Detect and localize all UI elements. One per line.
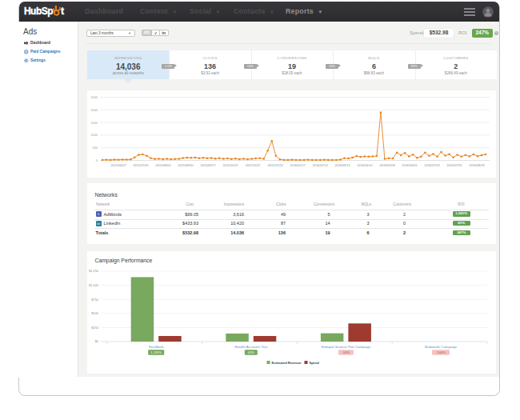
svg-text:2015/09/27: 2015/09/27	[200, 164, 215, 167]
svg-text:Estimated Revenue: Estimated Revenue	[272, 361, 302, 365]
svg-text:Handle Accounts Test: Handle Accounts Test	[234, 345, 268, 349]
svg-text:2015/07/05: 2015/07/05	[133, 164, 148, 167]
svg-text:$1,250: $1,250	[89, 269, 99, 273]
svg-text:-53%: -53%	[342, 350, 350, 354]
svg-text:2015/11/22: 2015/11/22	[246, 164, 261, 167]
svg-text:1,118%: 1,118%	[150, 350, 162, 354]
svg-text:Spend: Spend	[310, 361, 320, 365]
svg-text:43%: 43%	[248, 350, 255, 354]
svg-text:2015/08/02: 2015/08/02	[155, 164, 170, 167]
svg-text:500: 500	[93, 146, 98, 150]
svg-text:2015/08/30: 2015/08/30	[178, 164, 193, 167]
svg-text:-100%: -100%	[436, 350, 446, 354]
svg-text:2016/02/14: 2016/02/14	[312, 164, 327, 167]
svg-text:Badwords Campaign: Badwords Campaign	[425, 345, 457, 349]
svg-text:FeroBank: FeroBank	[149, 345, 164, 349]
svg-text:1000: 1000	[90, 133, 98, 137]
svg-text:2016/01/17: 2016/01/17	[290, 164, 305, 167]
svg-text:2016/03/13: 2016/03/13	[334, 164, 350, 167]
svg-text:$1,000: $1,000	[89, 283, 99, 287]
svg-text:2015/10/25: 2015/10/25	[222, 164, 238, 167]
svg-text:$750: $750	[91, 298, 98, 302]
svg-text:2016/05/08: 2016/05/08	[379, 164, 394, 167]
svg-text:2016/08/28: 2016/08/28	[469, 164, 484, 167]
svg-text:0: 0	[96, 158, 98, 162]
svg-text:$500: $500	[91, 311, 98, 315]
svg-text:$0: $0	[95, 339, 99, 343]
svg-text:$250: $250	[91, 326, 98, 330]
svg-text:2015/12/20: 2015/12/20	[267, 164, 282, 167]
svg-text:2500: 2500	[90, 95, 98, 99]
svg-text:1500: 1500	[90, 121, 98, 125]
svg-text:2016/04/10: 2016/04/10	[357, 164, 372, 167]
svg-text:Hubspot Science Fair Campaign: Hubspot Science Fair Campaign	[321, 345, 370, 349]
svg-text:2000: 2000	[90, 108, 98, 112]
svg-text:2016/07/03: 2016/07/03	[424, 164, 439, 167]
svg-text:2016/07/31: 2016/07/31	[446, 164, 462, 167]
svg-text:2015/06/07: 2015/06/07	[110, 164, 126, 167]
svg-text:2016/06/05: 2016/06/05	[402, 164, 417, 167]
